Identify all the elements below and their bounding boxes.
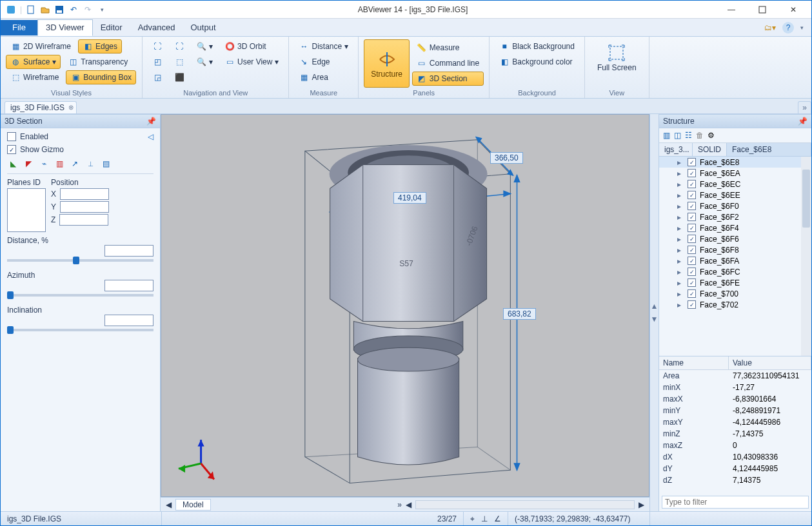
tree-checkbox[interactable]: ✓	[688, 191, 696, 199]
close-button[interactable]: ✕	[779, 3, 807, 17]
snap-icon-1[interactable]: ⌖	[470, 514, 475, 523]
tab-output[interactable]: Output	[183, 20, 223, 35]
structure-tree[interactable]: ▸✓Face_$6E8▸✓Face_$6EA▸✓Face_$6EC▸✓Face_…	[659, 157, 811, 356]
measure-panel-button[interactable]: 📏Measure	[412, 41, 484, 55]
tree-row[interactable]: ▸✓Face_$6F8	[659, 244, 811, 255]
azimuth-input[interactable]	[104, 280, 153, 291]
filter-input[interactable]	[662, 496, 809, 509]
struct-tb4-icon[interactable]: 🗑	[696, 131, 704, 140]
expand-icon[interactable]: ▸	[676, 289, 682, 298]
tree-checkbox[interactable]: ✓	[688, 169, 696, 177]
snap-icon-3[interactable]: ∠	[494, 514, 501, 523]
edges-button[interactable]: ◧Edges	[78, 39, 122, 54]
planes-id-list[interactable]	[7, 188, 46, 232]
tree-checkbox[interactable]: ✓	[688, 300, 696, 309]
nav-btn1[interactable]: ⛶	[148, 39, 167, 54]
plane-icon-7[interactable]: ▤	[100, 158, 112, 170]
document-tab[interactable]: igs_3D File.IGS⊗	[5, 101, 77, 113]
tree-checkbox[interactable]: ✓	[688, 246, 696, 254]
expand-icon[interactable]: ▸	[676, 278, 682, 287]
snap-icon-2[interactable]: ⊥	[481, 514, 488, 523]
pin-icon[interactable]: 📌	[146, 117, 156, 126]
wireframe-button[interactable]: ⬚Wireframe	[6, 70, 63, 84]
structure-button[interactable]: Structure	[364, 39, 410, 88]
tree-checkbox[interactable]: ✓	[688, 158, 696, 166]
tree-row[interactable]: ▸✓Face_$6EC	[659, 179, 811, 190]
tab-advanced[interactable]: Advanced	[130, 20, 183, 35]
reset-icon[interactable]: ◁	[148, 132, 153, 141]
fullscreen-button[interactable]: Full Screen	[590, 39, 644, 75]
expand-icon[interactable]: ▸	[676, 213, 682, 222]
tab-3d-viewer[interactable]: 3D Viewer	[37, 19, 93, 36]
new-icon[interactable]	[26, 5, 36, 15]
hscroll-right[interactable]: ▶	[639, 500, 644, 509]
plane-icon-3[interactable]: ⌁	[38, 158, 50, 170]
crumb-2[interactable]: Face_$6E8	[727, 143, 811, 156]
tree-row[interactable]: ▸✓Face_$6EA	[659, 168, 811, 179]
expand-icon[interactable]: ▸	[676, 246, 682, 255]
bounding-box-button[interactable]: ▣Bounding Box	[66, 70, 136, 84]
vscroll-down-icon[interactable]: ▼	[651, 315, 659, 324]
expand-icon[interactable]: ▸	[676, 191, 682, 200]
pin-icon[interactable]: 📌	[798, 117, 807, 126]
open-icon[interactable]	[40, 5, 50, 15]
tree-scrollbar[interactable]	[801, 157, 811, 356]
expand-icon[interactable]: ▸	[676, 300, 682, 309]
tree-checkbox[interactable]: ✓	[688, 213, 696, 221]
crumb-1[interactable]: SOLID	[693, 143, 727, 156]
file-menu[interactable]: File	[1, 20, 37, 35]
bg-color-button[interactable]: ◧Background color	[495, 55, 577, 69]
expand-icon[interactable]: ▸	[676, 224, 682, 233]
z-input[interactable]	[59, 214, 108, 226]
tree-checkbox[interactable]: ✓	[688, 289, 696, 298]
struct-tb5-icon[interactable]: ⚙	[708, 131, 715, 140]
inclination-slider[interactable]	[7, 329, 153, 331]
tree-row[interactable]: ▸✓Face_$6FE	[659, 277, 811, 288]
plane-icon-6[interactable]: ⟂	[84, 158, 96, 170]
zoom-dropdown[interactable]: 🔍▾	[192, 39, 217, 54]
tree-row[interactable]: ▸✓Face_$6F6	[659, 233, 811, 244]
tree-row[interactable]: ▸✓Face_$6FC	[659, 266, 811, 277]
expand-icon[interactable]: ▸	[676, 202, 682, 211]
struct-tb3-icon[interactable]: ☷	[685, 131, 692, 140]
tree-checkbox[interactable]: ✓	[688, 268, 696, 276]
model-tab-overflow-icon[interactable]: »	[397, 500, 402, 509]
nav-btn6[interactable]: ◲	[148, 70, 167, 84]
nav-btn2[interactable]: ⛶	[170, 39, 189, 54]
expand-icon[interactable]: ▸	[676, 180, 682, 189]
distance-slider[interactable]	[7, 259, 153, 262]
plane-icon-1[interactable]: ◣	[7, 158, 19, 170]
struct-tb2-icon[interactable]: ◫	[674, 131, 681, 140]
tree-checkbox[interactable]: ✓	[688, 257, 696, 265]
3d-section-button[interactable]: ◩3D Section	[412, 72, 484, 86]
expand-icon[interactable]: ▸	[676, 158, 682, 167]
transparency-button[interactable]: ◫Transparency	[63, 55, 132, 69]
expand-icon[interactable]: ▸	[676, 169, 682, 178]
hscroll-left[interactable]: ◀	[406, 500, 411, 509]
y-input[interactable]	[60, 201, 109, 213]
tree-row[interactable]: ▸✓Face_$6E8	[659, 157, 811, 168]
folder-icon[interactable]: 🗂▾	[764, 23, 776, 32]
tree-checkbox[interactable]: ✓	[688, 202, 696, 210]
azimuth-slider[interactable]	[7, 294, 153, 297]
expand-icon[interactable]: ▸	[676, 268, 682, 277]
tree-row[interactable]: ▸✓Face_$6F0	[659, 200, 811, 211]
plane-icon-2[interactable]: ◤	[23, 158, 34, 170]
nav-btn4[interactable]: ⬚	[170, 55, 189, 69]
help-dropdown-icon[interactable]: ▾	[800, 24, 804, 31]
3d-orbit-button[interactable]: ⭕3D Orbit	[220, 39, 271, 54]
3d-viewport[interactable]: S57 -0706 366,50 419,04 683,82	[161, 114, 649, 497]
tree-row[interactable]: ▸✓Face_$6EE	[659, 190, 811, 200]
tree-row[interactable]: ▸✓Face_$702	[659, 299, 811, 310]
area-button[interactable]: ▦Area	[294, 70, 332, 84]
enabled-checkbox[interactable]	[7, 132, 16, 141]
save-icon[interactable]	[54, 5, 64, 15]
vscroll-up-icon[interactable]: ▲	[651, 302, 659, 311]
gizmo-checkbox[interactable]: ✓	[7, 145, 16, 154]
user-view-button[interactable]: ▭User View ▾	[220, 55, 283, 69]
inclination-input[interactable]	[104, 315, 153, 326]
maximize-button[interactable]	[748, 3, 777, 17]
x-input[interactable]	[60, 188, 109, 200]
crumb-0[interactable]: igs_3...	[659, 143, 693, 156]
tree-checkbox[interactable]: ✓	[688, 278, 696, 287]
